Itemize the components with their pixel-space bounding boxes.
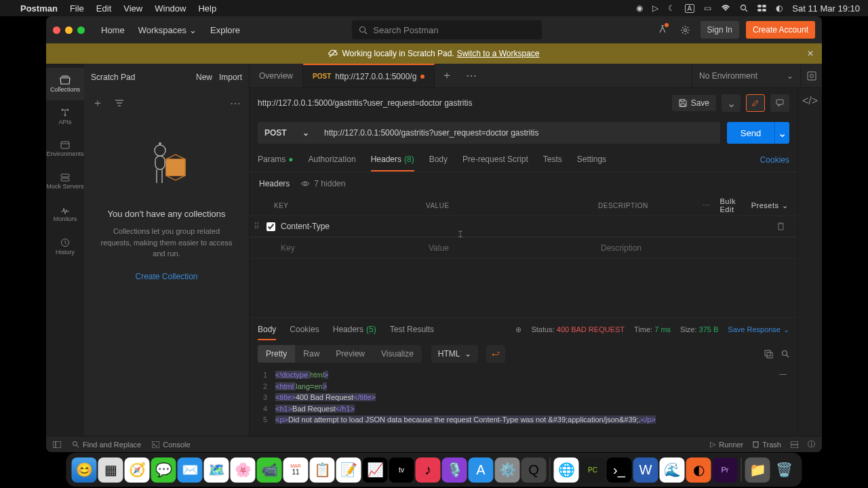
dock-premiere[interactable]: Pr <box>713 458 738 483</box>
view-raw[interactable]: Raw <box>295 345 328 363</box>
dock-notes[interactable]: 📝 <box>336 458 361 483</box>
row-checkbox[interactable] <box>267 222 275 231</box>
banner-link[interactable]: Switch to a Workspace <box>457 49 540 58</box>
key-cell[interactable]: Content-Type <box>278 222 426 231</box>
save-response-link[interactable]: Save Response ⌄ <box>728 325 789 334</box>
response-body[interactable]: — 1<!doctype html>2<html lang=en>3<title… <box>250 367 797 436</box>
cookies-link[interactable]: Cookies <box>760 155 789 165</box>
save-dropdown[interactable]: ⌄ <box>722 94 741 112</box>
dock-settings[interactable]: ⚙️ <box>495 458 520 483</box>
send-dropdown[interactable]: ⌄ <box>774 122 789 144</box>
search-response-icon[interactable] <box>781 350 789 359</box>
globe-icon[interactable]: ⊕ <box>515 325 521 334</box>
workspaces-link[interactable]: Workspaces ⌄ <box>138 25 197 35</box>
sidebar-item-environments[interactable]: Environments <box>46 133 84 165</box>
battery-icon[interactable]: ▭ <box>704 3 711 13</box>
tab-headers[interactable]: Headers (8) <box>371 155 414 165</box>
app-name[interactable]: Postman <box>20 3 58 14</box>
dock-edge[interactable]: 🌊 <box>660 458 685 483</box>
collapse-icon[interactable]: — <box>779 368 787 380</box>
dock-music[interactable]: ♪ <box>416 458 441 483</box>
view-visualize[interactable]: Visualize <box>373 345 422 363</box>
menu-view[interactable]: View <box>123 3 142 14</box>
sidebar-item-history[interactable]: History <box>46 230 84 263</box>
help-icon[interactable]: ⓘ <box>808 439 815 449</box>
view-pretty[interactable]: Pretty <box>258 345 295 363</box>
dock-messages[interactable]: 💬 <box>151 458 176 483</box>
home-link[interactable]: Home <box>101 25 125 35</box>
sidebar-item-mockservers[interactable]: Mock Servers <box>46 165 84 198</box>
format-select[interactable]: HTML ⌄ <box>431 345 478 363</box>
dock-photos[interactable]: 🌸 <box>231 458 256 483</box>
dock-safari[interactable]: 🧭 <box>125 458 150 483</box>
bulk-edit-link[interactable]: Bulk Edit <box>720 197 742 214</box>
dock-appstore[interactable]: A <box>469 458 494 483</box>
dock-terminal[interactable]: ›_ <box>607 458 632 483</box>
menu-help[interactable]: Help <box>198 3 216 14</box>
tab-body[interactable]: Body <box>429 155 448 165</box>
tab-more-icon[interactable]: ⋯ <box>459 64 484 87</box>
dock-facetime[interactable]: 📹 <box>257 458 282 483</box>
resp-tab-cookies[interactable]: Cookies <box>290 325 319 334</box>
dock-finder[interactable]: 😊 <box>72 458 97 483</box>
menu-edit[interactable]: Edit <box>96 3 111 14</box>
import-button[interactable]: Import <box>219 73 242 82</box>
minimize-window[interactable] <box>65 26 73 34</box>
tab-request[interactable]: POST http://127.0.0.1:5000/g <box>303 64 435 87</box>
moon-icon[interactable]: ☾ <box>668 3 675 13</box>
tab-settings[interactable]: Settings <box>577 155 606 165</box>
dock-reminders[interactable]: 📋 <box>310 458 335 483</box>
key-placeholder[interactable]: Key <box>278 243 426 253</box>
tab-tests[interactable]: Tests <box>543 155 562 165</box>
dock-postman[interactable]: ◐ <box>686 458 711 483</box>
resp-tab-tests[interactable]: Test Results <box>390 325 434 334</box>
dock-word[interactable]: W <box>633 458 658 483</box>
comment-icon[interactable] <box>770 94 789 112</box>
layout-icon[interactable] <box>791 439 798 449</box>
tab-params[interactable]: Params● <box>258 155 294 165</box>
dock-chrome[interactable]: 🌐 <box>554 458 579 483</box>
sidebar-item-collections[interactable]: Collections <box>46 68 84 100</box>
hidden-toggle[interactable]: 7 hidden <box>300 179 345 188</box>
resp-tab-headers[interactable]: Headers (5) <box>333 325 376 334</box>
menu-file[interactable]: File <box>70 3 84 14</box>
maximize-window[interactable] <box>77 26 85 34</box>
tab-prereq[interactable]: Pre-request Script <box>462 155 528 165</box>
dock-launchpad[interactable]: ▦ <box>98 458 123 483</box>
resp-tab-body[interactable]: Body <box>258 325 276 334</box>
drag-handle[interactable]: ⠿ <box>250 222 263 231</box>
dock-calendar[interactable]: MAR11 <box>283 458 309 483</box>
create-account-button[interactable]: Create Account <box>746 21 815 39</box>
search-input[interactable]: Search Postman <box>352 20 542 39</box>
view-preview[interactable]: Preview <box>328 345 373 363</box>
copy-icon[interactable] <box>764 350 773 359</box>
create-collection-button[interactable]: Create Collection <box>135 272 197 281</box>
dock-podcasts[interactable]: 🎙️ <box>442 458 467 483</box>
new-tab-button[interactable]: ＋ <box>435 64 459 87</box>
dock-quicktime[interactable]: Q <box>521 458 547 483</box>
siri-icon[interactable]: ◐ <box>776 3 783 13</box>
dock-pycharm[interactable]: PC <box>580 458 606 483</box>
dock-tv[interactable]: tv <box>389 458 414 483</box>
input-icon[interactable]: A <box>685 4 695 13</box>
value-placeholder[interactable]: Value <box>426 243 598 253</box>
dock-folder[interactable]: 📁 <box>745 458 770 483</box>
play-icon[interactable]: ▷ <box>652 3 658 13</box>
banner-close-icon[interactable]: ✕ <box>807 49 814 58</box>
menu-window[interactable]: Window <box>155 3 186 14</box>
dock-mail[interactable]: ✉️ <box>178 458 203 483</box>
search-icon[interactable] <box>740 4 748 12</box>
runner[interactable]: ▷ Runner <box>710 439 743 449</box>
filter-icon[interactable] <box>115 100 123 106</box>
console[interactable]: Console <box>152 441 190 449</box>
tab-authorization[interactable]: Authorization <box>309 155 356 165</box>
signin-button[interactable]: Sign In <box>701 21 739 39</box>
explore-link[interactable]: Explore <box>210 25 240 35</box>
send-button[interactable]: Send <box>727 122 774 144</box>
method-select[interactable]: POST⌄ <box>258 122 316 144</box>
panel-toggle-icon[interactable] <box>53 441 61 448</box>
more-icon[interactable]: ⋯ <box>230 97 241 110</box>
tab-overview[interactable]: Overview <box>250 64 303 87</box>
more-icon[interactable]: ⋯ <box>703 201 711 210</box>
dock-trash[interactable]: 🗑️ <box>772 458 797 483</box>
